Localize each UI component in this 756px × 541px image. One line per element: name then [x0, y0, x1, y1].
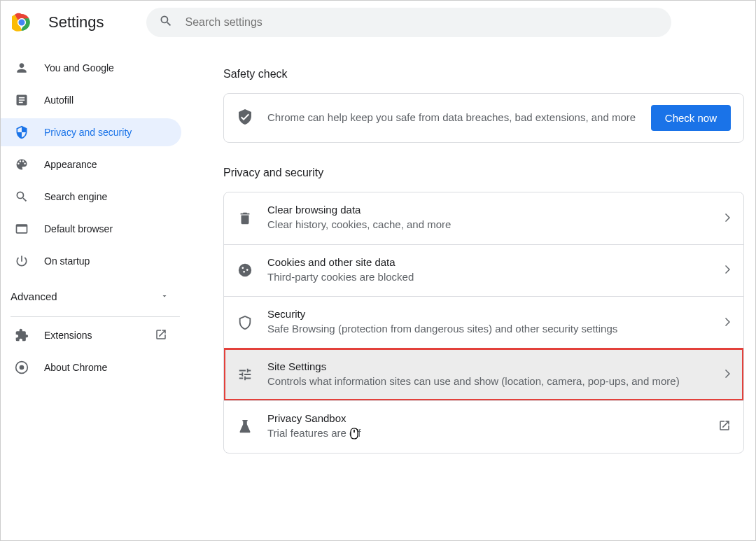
sidebar-advanced[interactable]: Advanced [1, 279, 190, 314]
privacy-card: Clear browsing data Clear history, cooki… [223, 192, 744, 454]
setting-secondary: Trial features are off [267, 426, 711, 442]
chevron-right-icon [725, 316, 731, 329]
setting-secondary: Third-party cookies are blocked [267, 269, 718, 286]
trash-icon [237, 211, 253, 226]
cookie-icon [237, 262, 253, 278]
setting-primary: Security [267, 308, 718, 320]
shield-icon [15, 125, 29, 139]
chrome-logo-icon [12, 13, 31, 32]
chevron-right-icon [725, 368, 731, 381]
setting-secondary: Controls what information sites can use … [267, 374, 718, 390]
sidebar-label: Appearance [44, 159, 97, 170]
sidebar-item-privacy-security[interactable]: Privacy and security [1, 118, 181, 146]
flask-icon [237, 419, 253, 435]
search-icon [15, 190, 29, 204]
palette-icon [15, 157, 29, 171]
page-title: Settings [48, 13, 104, 31]
external-link-icon [718, 419, 731, 435]
shield-check-icon [237, 108, 253, 128]
search-icon [159, 14, 173, 31]
sidebar-item-autofill[interactable]: Autofill [1, 86, 181, 114]
sidebar-item-appearance[interactable]: Appearance [1, 150, 181, 178]
sidebar-item-you-and-google[interactable]: You and Google [1, 54, 181, 82]
content: Safety check Chrome can help keep you sa… [190, 44, 755, 540]
sidebar-item-extensions[interactable]: Extensions [1, 321, 181, 349]
privacy-section-title: Privacy and security [223, 167, 744, 179]
safety-check-title: Safety check [223, 68, 744, 80]
header: Settings [1, 1, 755, 44]
sidebar-label: About Chrome [44, 362, 107, 373]
person-icon [15, 61, 29, 75]
security-icon [237, 315, 253, 330]
sidebar-item-on-startup[interactable]: On startup [1, 247, 181, 275]
external-link-icon [155, 328, 167, 343]
sidebar-item-search-engine[interactable]: Search engine [1, 183, 181, 211]
divider [10, 316, 180, 317]
setting-primary: Clear browsing data [267, 204, 718, 216]
setting-privacy-sandbox[interactable]: Privacy Sandbox Trial features are off [224, 400, 743, 453]
setting-site-settings[interactable]: Site Settings Controls what information … [224, 349, 743, 401]
setting-primary: Cookies and other site data [267, 256, 718, 268]
setting-security[interactable]: Security Safe Browsing (protection from … [224, 296, 743, 349]
chevron-right-icon [725, 212, 731, 225]
check-now-button[interactable]: Check now [651, 105, 731, 131]
search-settings[interactable] [146, 8, 671, 37]
setting-clear-browsing-data[interactable]: Clear browsing data Clear history, cooki… [224, 192, 743, 244]
sidebar-item-about-chrome[interactable]: About Chrome [1, 353, 181, 381]
chevron-down-icon [160, 290, 169, 302]
sidebar: You and Google Autofill Privacy and secu… [1, 44, 190, 540]
sidebar-label: You and Google [44, 62, 114, 73]
tune-icon [237, 367, 253, 382]
setting-secondary: Clear history, cookies, cache, and more [267, 217, 718, 233]
sidebar-label: Extensions [44, 330, 92, 341]
sidebar-label: Autofill [44, 94, 74, 106]
browser-icon [15, 222, 29, 236]
sidebar-label: Default browser [44, 223, 113, 234]
sidebar-label: Privacy and security [44, 127, 132, 138]
safety-check-text: Chrome can help keep you safe from data … [267, 110, 651, 126]
safety-check-card: Chrome can help keep you safe from data … [223, 93, 744, 143]
svg-point-5 [20, 365, 24, 370]
chevron-right-icon [725, 264, 731, 276]
setting-primary: Privacy Sandbox [267, 412, 711, 424]
setting-cookies[interactable]: Cookies and other site data Third-party … [224, 244, 743, 297]
sidebar-label: Search engine [44, 191, 107, 202]
power-icon [15, 254, 29, 268]
search-input[interactable] [186, 16, 659, 29]
setting-secondary: Safe Browsing (protection from dangerous… [267, 321, 718, 337]
autofill-icon [15, 93, 29, 107]
advanced-label: Advanced [10, 290, 57, 302]
setting-primary: Site Settings [267, 360, 718, 372]
sidebar-label: On startup [44, 255, 90, 267]
extension-icon [15, 328, 29, 342]
chrome-icon [15, 360, 29, 374]
sidebar-item-default-browser[interactable]: Default browser [1, 215, 181, 243]
